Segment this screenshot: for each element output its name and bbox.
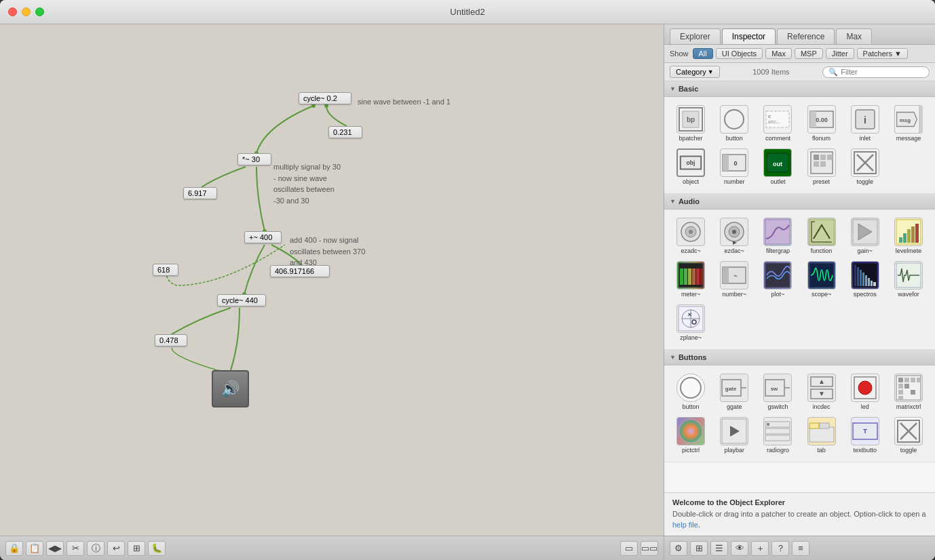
lock-button[interactable]: 🔒	[5, 541, 23, 556]
obj-matrixctrl[interactable]: matrixctrl	[888, 371, 930, 413]
maximize-button[interactable]	[35, 7, 44, 16]
obj-preset[interactable]: preset	[801, 146, 843, 188]
cut-button[interactable]: ✂	[66, 541, 84, 556]
obj-wavefor[interactable]: wavefor	[888, 258, 930, 300]
category-audio-header[interactable]: ▼ Audio	[664, 194, 935, 209]
view-split-button[interactable]: ▭▭	[641, 541, 658, 556]
svg-text:T: T	[863, 428, 867, 435]
obj-textbutto[interactable]: T textbutto	[844, 414, 886, 456]
obj-gain[interactable]: gain~	[844, 215, 886, 257]
gear-button[interactable]: ⚙	[670, 541, 687, 556]
preset-icon	[807, 148, 836, 177]
filter-patchers[interactable]: Patchers ▼	[857, 48, 908, 59]
svg-rect-113	[820, 423, 829, 428]
num-obj-3[interactable]: 406.917166	[270, 265, 330, 277]
copy-button[interactable]: 📋	[26, 541, 43, 556]
num-obj-4[interactable]: 0.478	[155, 334, 187, 346]
category-buttons-header[interactable]: ▼ Buttons	[664, 350, 935, 365]
textbutto-label: textbutto	[853, 447, 877, 454]
audio-objects-grid: ezadc~ ▶ ezdac~	[664, 209, 935, 349]
obj-comment[interactable]: c abc... comment	[757, 102, 799, 144]
obj-btn-button[interactable]: button	[670, 371, 712, 413]
radiogro-icon	[763, 417, 792, 445]
meter-label: meter~	[681, 291, 700, 298]
obj-message[interactable]: msg message	[888, 102, 930, 144]
filter-max[interactable]: Max	[765, 48, 792, 59]
tab-reference[interactable]: Reference	[777, 28, 835, 44]
obj-function[interactable]: function	[801, 215, 843, 257]
eye-button[interactable]: 👁	[731, 541, 748, 556]
obj-ezadc[interactable]: ezadc~	[670, 215, 712, 257]
mult-obj[interactable]: *~ 30	[237, 153, 271, 165]
function-icon	[807, 218, 836, 246]
svg-rect-67	[860, 270, 862, 286]
tab-max[interactable]: Max	[836, 28, 872, 44]
tab-inspector[interactable]: Inspector	[722, 28, 776, 44]
tab-explorer[interactable]: Explorer	[670, 28, 721, 44]
obj-number-tilde[interactable]: ~ number~	[713, 258, 755, 300]
svg-rect-54	[684, 268, 687, 285]
add-obj[interactable]: +~ 400	[244, 231, 282, 243]
category-basic-header[interactable]: ▼ Basic	[664, 81, 935, 97]
num-obj-1[interactable]: 0.231	[328, 126, 362, 138]
filter-jitter[interactable]: Jitter	[826, 48, 854, 59]
list-view-button[interactable]: ☰	[710, 541, 728, 556]
ezdac-obj[interactable]: 🔊	[212, 370, 249, 407]
filter-search-input[interactable]	[841, 68, 923, 76]
nav-button[interactable]: ◀▶	[46, 541, 64, 556]
obj-meter[interactable]: meter~	[670, 258, 712, 300]
info-button[interactable]: ⓘ	[87, 541, 104, 556]
obj-levelmete[interactable]: levelmete	[888, 215, 930, 257]
obj-spectros[interactable]: spectros	[844, 258, 886, 300]
obj-playbar[interactable]: playbar	[713, 414, 755, 456]
svg-text:▲: ▲	[818, 378, 825, 385]
obj-pictctrl[interactable]: pictctrl	[670, 414, 712, 456]
category-dropdown[interactable]: Category ▼	[670, 66, 720, 78]
num-obj-2[interactable]: 6.917	[183, 187, 217, 199]
obj-filtergrap[interactable]: filtergrap	[757, 215, 799, 257]
filter-all[interactable]: All	[693, 48, 713, 59]
obj-zplane[interactable]: ✕ zplane~	[670, 302, 712, 344]
outlet-icon: out	[763, 148, 792, 177]
obj-ezdac[interactable]: ▶ ezdac~	[713, 215, 755, 257]
obj-button[interactable]: button	[713, 102, 755, 144]
cycle-obj-2[interactable]: cycle~ 440	[217, 294, 266, 306]
obj-plot[interactable]: plot~	[757, 258, 799, 300]
minimize-button[interactable]	[22, 7, 31, 16]
obj-scope[interactable]: scope~	[801, 258, 843, 300]
obj-toggle[interactable]: toggle	[844, 146, 886, 188]
view-single-button[interactable]: ▭	[620, 541, 638, 556]
close-button[interactable]	[8, 7, 17, 16]
obj-gswitch[interactable]: sw gswitch	[757, 371, 799, 413]
patcher-canvas[interactable]: cycle~ 0.2 0.231 *~ 30 6.917 +~ 400 406.…	[0, 24, 664, 536]
debug-button[interactable]: 🐛	[148, 541, 166, 556]
obj-led[interactable]: led	[844, 371, 886, 413]
obj-object[interactable]: obj object	[670, 146, 712, 188]
obj-inlet[interactable]: i inlet	[844, 102, 886, 144]
svg-marker-60	[723, 267, 729, 283]
obj-outlet[interactable]: out outlet	[757, 146, 799, 188]
add-button[interactable]: ＋	[751, 541, 769, 556]
obj-tab[interactable]: tab	[801, 414, 843, 456]
obj-bpatcher[interactable]: bp bpatcher	[670, 102, 712, 144]
num-obj-618[interactable]: 618	[153, 264, 178, 276]
item-count: 1009 Items	[724, 68, 819, 76]
obj-flonum[interactable]: 0.00 flonum	[801, 102, 843, 144]
filter-ui-objects[interactable]: UI Objects	[716, 48, 763, 59]
right-panel: Explorer Inspector Reference Max Show Al…	[664, 24, 935, 536]
filter-msp[interactable]: MSP	[795, 48, 823, 59]
cycle-obj-1[interactable]: cycle~ 0.2	[299, 92, 351, 104]
list2-button[interactable]: ≡	[792, 541, 809, 556]
main-content: cycle~ 0.2 0.231 *~ 30 6.917 +~ 400 406.…	[0, 24, 935, 536]
grid-button[interactable]: ⊞	[128, 541, 145, 556]
undo-button[interactable]: ↩	[107, 541, 125, 556]
help-button[interactable]: ？	[771, 541, 789, 556]
obj-ggate[interactable]: gate ggate	[713, 371, 755, 413]
grid-view-button[interactable]: ⊞	[690, 541, 708, 556]
obj-number[interactable]: 0 number	[713, 146, 755, 188]
obj-radiogro[interactable]: radiogro	[757, 414, 799, 456]
category-basic-label: Basic	[679, 85, 698, 93]
obj-toggle2[interactable]: toggle	[888, 414, 930, 456]
obj-incdec[interactable]: ▲ ▼ incdec	[801, 371, 843, 413]
svg-rect-111	[809, 427, 834, 442]
